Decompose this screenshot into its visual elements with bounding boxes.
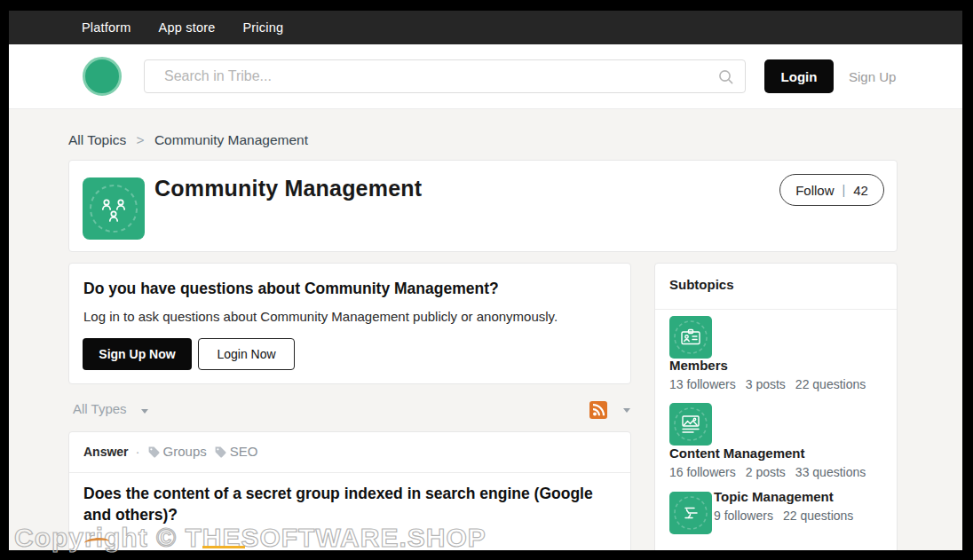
- rss-feed-button[interactable]: [589, 401, 607, 419]
- follow-button[interactable]: Follow | 42: [779, 174, 884, 206]
- chevron-down-icon: [141, 409, 148, 414]
- nav-item-pricing[interactable]: Pricing: [242, 20, 283, 35]
- subtopic-members-icon[interactable]: [669, 316, 712, 359]
- login-button[interactable]: Login: [764, 59, 834, 93]
- subtopic-members-name[interactable]: Members: [669, 358, 728, 373]
- question-prompt-title: Do you have questions about Community Ma…: [83, 280, 499, 298]
- subtopic-topic-management-name[interactable]: Topic Management: [714, 489, 834, 504]
- stat-followers: 16 followers: [669, 465, 736, 479]
- question-prompt-body: Log in to ask questions about Community …: [83, 309, 558, 324]
- divider: [655, 309, 897, 310]
- top-navigation: Platform App store Pricing: [9, 11, 962, 44]
- feed-filter-row: All Types: [73, 401, 636, 421]
- post-tag-label: Groups: [163, 444, 207, 459]
- sign-up-now-button[interactable]: Sign Up Now: [83, 338, 192, 370]
- breadcrumb-current: Community Management: [154, 132, 308, 147]
- tag-icon: [147, 446, 160, 458]
- question-prompt-card: Do you have questions about Community Ma…: [68, 263, 631, 384]
- stat-followers: 9 followers: [714, 509, 773, 523]
- topic-title: Community Management: [154, 176, 422, 201]
- post-meta-separator: ·: [136, 444, 140, 459]
- community-management-topic-icon: [83, 177, 145, 240]
- search-box: [144, 59, 746, 93]
- topic-header-card: Community Management Follow | 42: [68, 160, 898, 252]
- signup-link[interactable]: Sign Up: [849, 69, 896, 84]
- post-tag-label: SEO: [230, 444, 258, 459]
- search-input[interactable]: [145, 60, 745, 92]
- stat-posts: 3 posts: [746, 377, 786, 391]
- follow-label: Follow: [795, 183, 834, 198]
- all-types-dropdown[interactable]: All Types: [73, 401, 148, 416]
- subtopics-card: Subtopics Members 13 followers3 posts22 …: [654, 263, 898, 550]
- nav-item-app-store[interactable]: App store: [159, 20, 216, 35]
- post-title[interactable]: Does the content of a secret group index…: [83, 483, 609, 525]
- post-card[interactable]: Answer · Groups SEO Does the content of …: [68, 431, 631, 550]
- page: Platform App store Pricing Login Sign Up…: [9, 11, 962, 550]
- follow-divider: |: [842, 183, 846, 197]
- post-type-badge: Answer: [83, 445, 129, 459]
- stat-posts: 2 posts: [746, 465, 786, 479]
- site-header: Login Sign Up: [9, 44, 962, 109]
- subtopics-title: Subtopics: [669, 277, 734, 292]
- all-types-label: All Types: [73, 401, 127, 416]
- breadcrumb-separator: >: [137, 132, 145, 147]
- nav-item-platform[interactable]: Platform: [82, 20, 131, 35]
- post-meta-row: Answer · Groups SEO: [83, 444, 257, 459]
- search-icon[interactable]: [718, 69, 734, 85]
- subtopic-members-stats: 13 followers3 posts22 questions: [669, 377, 875, 391]
- stat-questions: 22 questions: [783, 509, 853, 523]
- divider: [69, 472, 630, 473]
- subtopic-topic-management-stats: 9 followers22 questions: [714, 509, 863, 523]
- stat-questions: 33 questions: [795, 465, 866, 479]
- post-tag-seo[interactable]: SEO: [214, 444, 258, 459]
- breadcrumb-all-topics[interactable]: All Topics: [68, 132, 126, 147]
- subtopic-content-management-stats: 16 followers2 posts33 questions: [669, 465, 875, 479]
- rss-dropdown-caret-icon[interactable]: [623, 408, 630, 413]
- post-tag-groups[interactable]: Groups: [147, 444, 207, 459]
- stat-questions: 22 questions: [795, 377, 866, 391]
- stat-followers: 13 followers: [669, 377, 736, 391]
- follow-count: 42: [853, 183, 868, 198]
- community-logo[interactable]: [83, 57, 122, 96]
- breadcrumb: All Topics > Community Management: [68, 132, 308, 148]
- subtopic-content-management-name[interactable]: Content Management: [669, 446, 805, 461]
- subtopic-topic-management-icon[interactable]: [669, 492, 712, 534]
- tag-icon: [214, 446, 226, 458]
- subtopic-content-management-icon[interactable]: [669, 403, 712, 446]
- login-now-button[interactable]: Login Now: [198, 338, 295, 370]
